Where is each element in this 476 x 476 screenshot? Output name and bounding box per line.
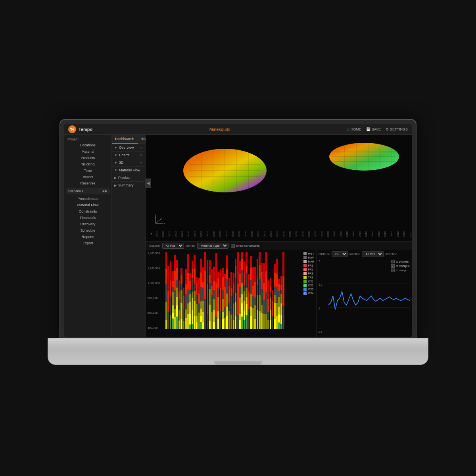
bar-stack [213,252,215,329]
bar-segment [261,305,263,313]
collapse-panel-button[interactable]: ◀ [146,178,151,188]
bar-segment [196,316,198,322]
bar-segment [222,299,223,312]
bar-segment [200,273,202,287]
bar-segment [233,273,234,284]
bar-segment [224,318,226,329]
bar-segment [226,255,228,269]
chart-controls: location All Pits series Material Type ✓ [146,241,412,250]
laptop-outer: Te Tempo Minesquito ⌂ HOME 💾 SAVE [60,119,416,365]
bar-chart: 1,400,000 1,200,000 1,000,000 800,000 60… [146,250,317,337]
bar-segment [209,260,210,275]
bar-segment [180,268,182,274]
main-layout: Project Locations Material Products Truc… [64,135,412,337]
sidebar-item-locations[interactable]: Locations [64,142,111,148]
close-icon[interactable]: ✕ [140,146,143,150]
home-button[interactable]: ⌂ HOME [347,127,361,131]
panel-item-material-flow[interactable]: ▼ Material Flow [112,167,145,174]
close-icon[interactable]: ✕ [140,161,143,165]
save-button[interactable]: 💾 SAVE [366,127,381,131]
tab-dashboards[interactable]: Dashboards [112,135,138,144]
bar-segment [237,252,238,284]
bar-segment [280,290,282,294]
bar-segment [207,260,208,284]
bar-segment [224,274,226,287]
panel-item-3d[interactable]: ▼ 3D ✕ [112,159,145,167]
sidebar-item-schedule[interactable]: Schedule [64,227,111,234]
sidebar-item-export[interactable]: Export [64,240,111,246]
bar-segment [267,320,269,329]
project-name: Minesquito [209,127,230,132]
bar-stack [183,252,184,329]
bar-segment [220,288,221,312]
bar-segment [176,288,178,297]
bar-segment [207,314,208,329]
panel-item-product[interactable]: ▶ Product [112,174,145,182]
bar-stack [170,252,171,329]
panel-label: Material Flow [119,168,143,172]
bar-segment [280,315,282,324]
line-y-axis: 2 1.5 1 0.5 [319,260,322,333]
sidebar-item-precedences[interactable]: Precedences [64,196,111,202]
bar-stack [198,252,200,329]
bar-stack [280,252,282,329]
sidebar-item-recovery[interactable]: Recovery [64,221,111,227]
bar-segment [261,263,263,272]
bar-stack [270,252,271,329]
sidebar-item-constraints[interactable]: Constraints [64,208,111,215]
scenario-prev-button[interactable]: ◀ [102,189,104,193]
bar-segment [172,313,173,319]
legend-item: FR3 [303,272,314,275]
panel-item-summary[interactable]: ▶ Summary [112,182,145,189]
location-select[interactable]: All Pits [162,243,184,249]
bar-stack [267,252,269,329]
show-constraints-checkbox[interactable]: ✓ show constraints [231,244,260,248]
bar-segment [235,302,236,317]
bar-stack [261,252,263,329]
bar-segment [276,303,278,316]
bar-segment [189,314,191,325]
bar-segment [265,271,267,292]
bar-segment [185,284,186,295]
sidebar-item-reserves[interactable]: Reserves [64,180,111,186]
bar-segment [261,313,263,329]
bar-segment [189,273,191,281]
scenario-next-button[interactable]: ▶ [105,189,107,193]
bar-stack [272,252,273,329]
settings-button[interactable]: ⚙ SETTINGS [386,127,408,131]
sidebar-item-financials[interactable]: Financials [64,215,111,221]
bar-segment [172,281,173,287]
bar-segment [244,273,245,285]
bar-segment [185,294,186,309]
bar-segment [192,324,193,329]
bar-segment [207,284,208,314]
sidebar-item-material[interactable]: Material [64,148,111,155]
legend-label: TRZ [308,276,313,279]
bar-segment [280,276,282,285]
bar-stack [276,252,278,329]
bar-segment [174,309,176,317]
sidebar-item-products[interactable]: Products [64,155,111,161]
sidebar-item-trucking[interactable]: Trucking [64,161,111,167]
sidebar-item-material-flow[interactable]: Material Flow [64,202,111,208]
sidebar-item-time[interactable]: Time [64,167,111,174]
bar-segment [217,311,219,319]
series-select[interactable]: Material Type [197,243,228,249]
bar-segment [276,316,278,329]
attribute-select[interactable]: Cu [332,251,348,257]
sidebar-item-import[interactable]: Import [64,174,111,180]
location-select2[interactable]: All Pits [362,251,384,257]
sidebar-item-reports[interactable]: Reports [64,234,111,240]
panel-item-overview[interactable]: ▼ Overview ✕ [112,144,145,152]
main-view: x z y ◀ ◀ 2003P12003P22003P32003P42 [146,135,412,337]
bar-segment [282,252,284,276]
y-label: 1,000,000 [148,282,160,284]
bar-segment [211,295,213,312]
bar-segment [172,319,173,329]
close-icon[interactable]: ✕ [140,154,143,157]
bar-segment [187,303,189,314]
bar-segment [220,311,221,329]
panel-item-charts[interactable]: ▼ Charts ✕ [112,152,145,159]
bar-segment [233,284,234,293]
bar-segment [244,291,245,301]
